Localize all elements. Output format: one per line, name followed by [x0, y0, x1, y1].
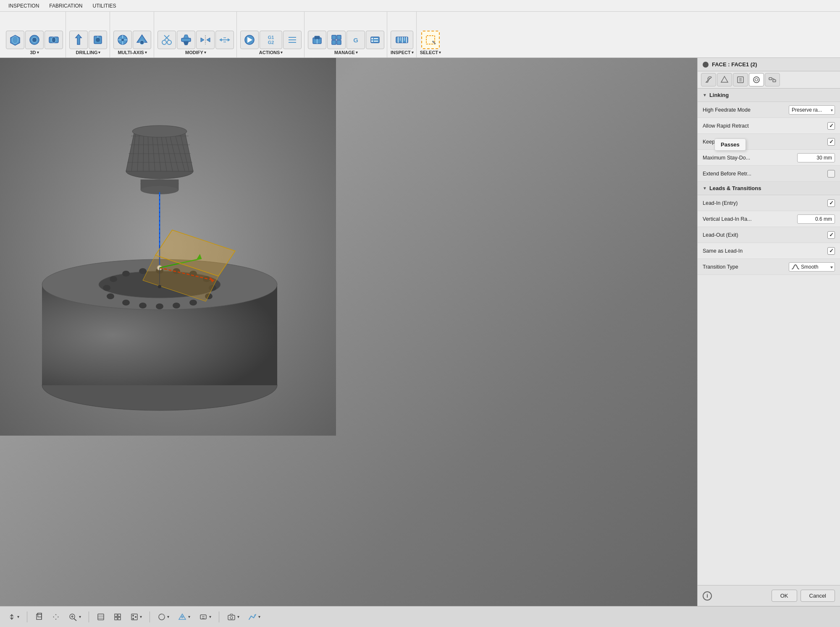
- divider-4: [219, 611, 219, 622]
- modify-btn-scissors[interactable]: [158, 31, 176, 49]
- manage-btn-4[interactable]: [366, 31, 384, 49]
- keep-tool-down-checkbox[interactable]: [827, 138, 835, 146]
- svg-rect-130: [98, 614, 104, 620]
- menu-fabrication[interactable]: FABRICATION: [44, 1, 87, 10]
- toolbar-icon-row: [6, 31, 63, 49]
- panel-tabs: [698, 71, 840, 89]
- max-stay-down-control: [797, 153, 835, 162]
- svg-rect-122: [38, 613, 42, 617]
- svg-point-42: [371, 40, 373, 42]
- section-leads-transitions: ▼ Leads & Transitions Lead-In (Entry) Ve…: [698, 182, 840, 275]
- bottom-btn-appearance[interactable]: ▾: [155, 611, 172, 623]
- high-feedrate-label: High Feedrate Mode: [703, 107, 789, 113]
- bottom-btn-grid[interactable]: [111, 611, 124, 623]
- manage-btn-2[interactable]: [327, 31, 346, 49]
- multiaxis-btn-2[interactable]: [133, 31, 151, 49]
- svg-marker-6: [76, 34, 81, 44]
- lead-out-exit-checkbox[interactable]: [827, 231, 835, 239]
- actions-btn-g1g2[interactable]: G1 G2: [260, 31, 282, 49]
- field-same-as-lead-in: Same as Lead-In: [698, 243, 840, 259]
- bottom-btn-view-options[interactable]: ▾: [128, 611, 144, 623]
- inspect-btn-measure[interactable]: [391, 31, 413, 49]
- tab-tool[interactable]: [701, 73, 716, 86]
- svg-point-138: [132, 615, 134, 617]
- high-feedrate-dropdown[interactable]: Preserve ra... Keep feedrate None: [789, 105, 835, 115]
- toolbar-group-multiaxis: MULTI-AXIS▾: [111, 12, 154, 57]
- ok-button[interactable]: OK: [772, 590, 797, 602]
- select-btn-area[interactable]: [421, 31, 440, 49]
- svg-point-93: [132, 125, 187, 137]
- viewport-3d[interactable]: [0, 58, 697, 606]
- vertical-lead-in-radius-input[interactable]: [797, 214, 835, 224]
- svg-line-127: [74, 619, 76, 621]
- bottom-btn-zoom[interactable]: ▾: [66, 611, 84, 623]
- menu-inspection[interactable]: INSPECTION: [3, 1, 44, 10]
- bottom-btn-viewcube[interactable]: [32, 611, 46, 623]
- modify-btn-add[interactable]: [177, 31, 195, 49]
- svg-point-41: [371, 38, 373, 39]
- svg-point-16: [162, 40, 166, 44]
- same-as-lead-in-checkbox[interactable]: [827, 247, 835, 255]
- section-linking-header[interactable]: ▼ Linking: [698, 89, 840, 102]
- svg-point-53: [432, 41, 434, 42]
- transition-type-dropdown-wrapper: Smooth ▾: [789, 262, 835, 272]
- svg-point-3: [32, 37, 37, 42]
- tab-heights[interactable]: [733, 73, 748, 86]
- manage-btn-1[interactable]: [308, 31, 326, 49]
- modify-btn-extend[interactable]: [215, 31, 234, 49]
- bottom-btn-snap[interactable]: ▾: [175, 611, 193, 623]
- bottom-btn-navigate[interactable]: ▾: [5, 611, 22, 623]
- tab-passes[interactable]: [749, 73, 764, 86]
- field-vertical-lead-in-radius: Vertical Lead-In Ra...: [698, 211, 840, 227]
- actions-btn-list[interactable]: [283, 31, 302, 49]
- bottom-btn-camera[interactable]: ▾: [224, 611, 242, 623]
- modify-btn-mirror[interactable]: [196, 31, 215, 49]
- extend-before-retract-checkbox[interactable]: [827, 170, 835, 178]
- max-stay-down-input[interactable]: [797, 153, 835, 162]
- svg-rect-134: [118, 614, 121, 617]
- 3d-btn-2[interactable]: [25, 31, 44, 49]
- svg-rect-133: [115, 614, 117, 617]
- svg-rect-36: [332, 35, 336, 39]
- 3d-btn-3[interactable]: [45, 31, 63, 49]
- drilling-btn-2[interactable]: [89, 31, 107, 49]
- info-icon[interactable]: i: [703, 591, 712, 601]
- panel-footer: i OK Cancel: [698, 585, 840, 606]
- lead-in-entry-checkbox[interactable]: [827, 199, 835, 207]
- svg-rect-20: [181, 38, 191, 42]
- toolbar-label-multiaxis: MULTI-AXIS▾: [118, 50, 147, 55]
- svg-rect-39: [337, 40, 341, 44]
- bottom-btn-pan[interactable]: [49, 611, 63, 623]
- svg-point-13: [121, 39, 124, 41]
- menu-utilities[interactable]: UTILITIES: [87, 1, 121, 10]
- tab-geometry[interactable]: [717, 73, 732, 86]
- field-extend-before-retract: Extend Before Retr...: [698, 166, 840, 182]
- empty-space: [698, 275, 840, 359]
- section-leads-transitions-header[interactable]: ▼ Leads & Transitions: [698, 182, 840, 195]
- max-stay-down-label: Maximum Stay-Do...: [703, 155, 797, 161]
- bottom-btn-path[interactable]: ▾: [245, 611, 263, 623]
- same-as-lead-in-control: [827, 247, 835, 255]
- lead-out-exit-label: Lead-Out (Exit): [703, 232, 827, 238]
- high-feedrate-control: Preserve ra... Keep feedrate None: [789, 105, 835, 115]
- toolbar-label-modify: MODIFY▾: [185, 50, 206, 55]
- transition-type-dropdown[interactable]: Smooth ▾: [789, 262, 835, 272]
- svg-point-143: [181, 616, 184, 618]
- 3d-btn-1[interactable]: [6, 31, 24, 49]
- svg-point-107: [158, 285, 161, 288]
- svg-point-17: [167, 40, 171, 44]
- allow-rapid-retract-checkbox[interactable]: [827, 122, 835, 130]
- drilling-btn-1[interactable]: [69, 31, 88, 49]
- actions-btn-1[interactable]: [240, 31, 259, 49]
- toolbar-icon-row-inspect: [391, 31, 413, 49]
- bottom-btn-sketch[interactable]: ▾: [196, 611, 214, 623]
- transition-type-label: Transition Type: [703, 264, 789, 270]
- bottom-btn-display-mode[interactable]: [94, 611, 108, 623]
- transition-dropdown-arrow: ▾: [830, 264, 832, 269]
- cancel-button[interactable]: Cancel: [801, 590, 835, 602]
- tab-linking[interactable]: [765, 73, 780, 86]
- panel-header: FACE : FACE1 (2): [698, 58, 840, 71]
- multiaxis-btn-1[interactable]: [113, 31, 132, 49]
- manage-btn-g[interactable]: G: [346, 31, 365, 49]
- section-linking-title: Linking: [709, 92, 729, 98]
